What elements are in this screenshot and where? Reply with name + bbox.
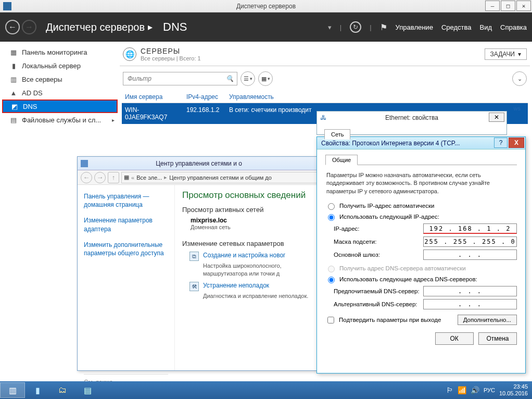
tab-network[interactable]: Сеть xyxy=(324,129,350,140)
radio-auto-dns-row: Получить адрес DNS-сервера автоматически xyxy=(325,264,517,272)
separator: | xyxy=(340,23,341,31)
network-icon: 🖧 xyxy=(320,114,326,121)
addr-forward-button[interactable]: → xyxy=(94,172,106,183)
address-bar[interactable]: ▦ « Все эле... ▸ Центр управления сетями… xyxy=(121,172,317,183)
adds-icon: ▲ xyxy=(9,89,18,97)
link-advanced-sharing[interactable]: Изменить дополнительные параметры общего… xyxy=(84,241,168,257)
change-settings-heading: Изменение сетевых параметров xyxy=(182,240,313,247)
expand-button[interactable]: ⌄ xyxy=(512,71,527,86)
ok-button[interactable]: ОК xyxy=(435,332,474,345)
link-control-panel-home[interactable]: Панель управления — домашняя страница xyxy=(84,192,168,209)
close-icon[interactable]: ✕ xyxy=(489,113,504,122)
sidebar-item-dns[interactable]: ◩DNS xyxy=(2,99,118,113)
filter-options-button[interactable]: ☰▾ xyxy=(240,71,255,86)
input-preferred-dns[interactable]: . . . xyxy=(423,286,517,296)
setup-connection-desc: Настройка широкополосного, маршрутизатор… xyxy=(203,262,313,278)
col-server-name[interactable]: Имя сервера xyxy=(122,91,183,103)
link-troubleshoot[interactable]: Устранение неполадок xyxy=(203,282,269,289)
flag-icon[interactable]: ⚑ xyxy=(380,22,387,32)
group-button[interactable]: ▦▾ xyxy=(258,71,273,86)
menu-tools[interactable]: Средства xyxy=(441,23,472,31)
tasks-dropdown[interactable]: ЗАДАЧИ▾ xyxy=(485,48,527,60)
sidebar-item-dashboard[interactable]: ▦Панель мониторинга xyxy=(2,45,118,59)
ipv4-properties-dialog[interactable]: Свойства: Протокол Интернета версии 4 (T… xyxy=(316,136,526,373)
ethernet-properties-window[interactable]: 🖧 Ethernet: свойства ✕ Сеть xyxy=(316,111,507,135)
sidebar-item-adds[interactable]: ▲AD DS xyxy=(2,86,118,99)
netcenter-main: Просмотр основных сведений Просмотр акти… xyxy=(174,185,320,370)
servers-title: СЕРВЕРЫ xyxy=(141,47,201,55)
tray-language[interactable]: РУС xyxy=(484,387,495,393)
lbl-preferred-dns: Предпочитаемый DNS-сервер: xyxy=(334,288,420,294)
checkbox-validate-on-exit[interactable] xyxy=(327,317,334,323)
close-button[interactable]: X xyxy=(509,138,524,148)
network-type: Доменная сеть xyxy=(191,224,313,230)
input-default-gateway[interactable]: . . . xyxy=(423,250,517,260)
radio-static-dns-row[interactable]: Использовать следующие адреса DNS-сервер… xyxy=(325,275,517,283)
input-subnet-mask[interactable]: 255 . 255 . 255 . 0 xyxy=(423,236,517,247)
taskbar[interactable]: ▥ ▮ 🗂 ▤ 🏳 📶 🔊 РУС 23:45 10.05.2016 xyxy=(0,381,532,399)
taskbar-app[interactable]: ▤ xyxy=(75,382,100,398)
minimize-button[interactable]: — xyxy=(485,1,500,11)
filter-box[interactable]: 🔍 xyxy=(123,72,237,85)
link-adapter-settings[interactable]: Изменение параметров адаптера xyxy=(84,216,168,233)
search-icon[interactable]: 🔍 xyxy=(226,75,234,82)
tray-volume-icon[interactable]: 🔊 xyxy=(471,386,479,394)
close-button[interactable]: ✕ xyxy=(516,1,531,11)
addr-up-button[interactable]: ↑ xyxy=(108,172,119,183)
sidebar-item-file-services[interactable]: ▤Файловые службы и сл...▸ xyxy=(2,113,118,127)
link-setup-connection[interactable]: Создание и настройка новог xyxy=(203,252,285,259)
radio-static-ip[interactable] xyxy=(328,214,335,221)
tray-network-icon[interactable]: 📶 xyxy=(458,386,466,394)
tray-flag-icon[interactable]: 🏳 xyxy=(446,386,453,394)
tab-general[interactable]: Общие xyxy=(325,155,358,165)
app-header: ← → Диспетчер серверов ▸ DNS ▾ | ↻ | ⚑ У… xyxy=(0,13,532,42)
chevron-right-icon: ▸ xyxy=(112,117,115,123)
col-manageability[interactable]: Управляемость xyxy=(226,91,528,103)
radio-static-ip-row[interactable]: Использовать следующий IP-адрес: xyxy=(325,213,517,221)
caret-down-icon: ▾ xyxy=(518,51,521,58)
globe-icon: 🌐 xyxy=(123,47,136,61)
ipv4-description: Параметры IP можно назначать автоматичес… xyxy=(326,171,516,195)
sidebar-item-all-servers[interactable]: ▥Все серверы xyxy=(2,72,118,86)
files-icon: ▤ xyxy=(9,116,18,124)
tray-clock[interactable]: 23:45 10.05.2016 xyxy=(499,383,528,396)
input-ip-address[interactable]: 192 . 168 . 1 . 2 xyxy=(423,223,517,234)
lbl-mask: Маска подсети: xyxy=(334,239,420,245)
system-tray: 🏳 📶 🔊 РУС 23:45 10.05.2016 xyxy=(446,383,532,396)
taskbar-powershell[interactable]: ▮ xyxy=(25,382,50,398)
advanced-button[interactable]: Дополнительно... xyxy=(458,315,517,325)
tasks-label: ЗАДАЧИ xyxy=(490,51,515,58)
netcenter-icon xyxy=(81,160,88,167)
nav-back-button[interactable]: ← xyxy=(5,20,20,34)
taskbar-explorer[interactable]: 🗂 xyxy=(50,382,75,398)
caret-icon[interactable]: ▾ xyxy=(328,23,332,31)
sidebar-item-local-server[interactable]: ▮Локальный сервер xyxy=(2,59,118,72)
refresh-icon[interactable]: ↻ xyxy=(350,21,361,33)
menu-help[interactable]: Справка xyxy=(500,23,527,31)
sidebar-item-label: DNS xyxy=(23,103,37,110)
col-ipv4[interactable]: IPv4-адрес xyxy=(183,91,226,103)
tray-time: 23:45 xyxy=(499,383,528,390)
addr-back-button[interactable]: ← xyxy=(81,172,92,183)
tray-date: 10.05.2016 xyxy=(499,390,528,397)
radio-auto-ip-row[interactable]: Получить IP-адрес автоматически xyxy=(325,202,517,210)
dns-icon: ◩ xyxy=(10,102,19,110)
filter-input[interactable] xyxy=(126,74,210,83)
sidebar: ▦Панель мониторинга ▮Локальный сервер ▥В… xyxy=(2,45,118,127)
breadcrumb-app[interactable]: Диспетчер серверов xyxy=(46,21,145,33)
cancel-button[interactable]: Отмена xyxy=(478,332,517,345)
menu-manage[interactable]: Управление xyxy=(396,23,433,31)
network-center-window[interactable]: Центр управления сетями и о ← → ↑ ▦ « Вс… xyxy=(77,156,321,371)
window-titlebar: Диспетчер серверов — □ ✕ xyxy=(0,0,532,13)
dashboard-icon: ▦ xyxy=(9,48,18,56)
netcenter-sidebar: Панель управления — домашняя страница Из… xyxy=(78,185,174,370)
radio-static-dns[interactable] xyxy=(328,277,335,283)
breadcrumb-page[interactable]: DNS xyxy=(163,20,187,34)
taskbar-server-manager[interactable]: ▥ xyxy=(0,382,25,398)
radio-auto-ip[interactable] xyxy=(328,203,335,210)
maximize-button[interactable]: □ xyxy=(501,1,515,11)
sidebar-item-label: AD DS xyxy=(22,89,43,97)
help-button[interactable]: ? xyxy=(494,138,508,148)
input-alternate-dns[interactable]: . . . xyxy=(423,299,517,309)
menu-view[interactable]: Вид xyxy=(479,23,492,31)
